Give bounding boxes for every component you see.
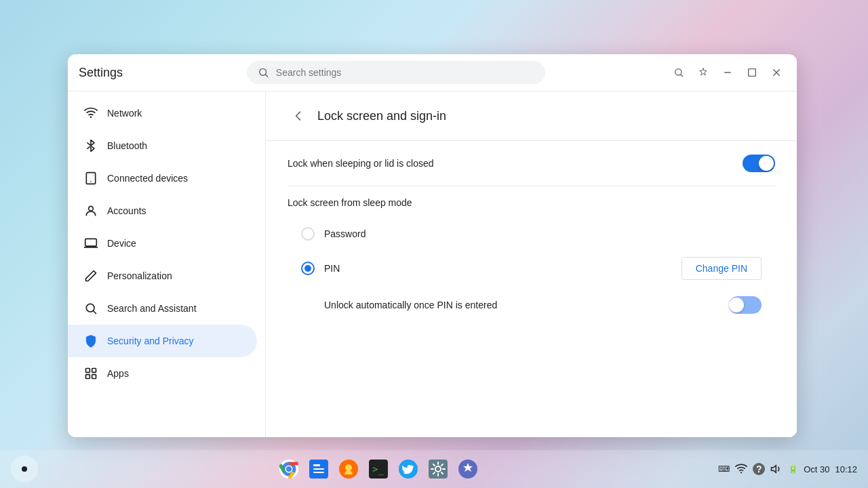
- sleep-mode-section: Lock screen from sleep mode Password: [266, 186, 797, 322]
- search-bar[interactable]: [247, 61, 545, 84]
- sidebar-label-personalization: Personalization: [107, 270, 172, 281]
- launcher-button[interactable]: [11, 455, 38, 483]
- title-bar-left: Settings: [79, 66, 123, 80]
- svg-rect-24: [313, 464, 320, 466]
- sidebar-item-connected-devices[interactable]: Connected devices: [68, 162, 257, 195]
- wifi-icon: [84, 106, 98, 120]
- back-button[interactable]: [288, 105, 309, 127]
- svg-line-14: [94, 311, 96, 314]
- sidebar-label-accounts: Accounts: [107, 205, 146, 216]
- pin-radio[interactable]: [301, 262, 315, 275]
- minimize-button[interactable]: [718, 63, 737, 82]
- unlock-toggle-thumb: [729, 298, 744, 312]
- sidebar-item-device[interactable]: Device: [68, 227, 257, 260]
- tray-network[interactable]: [735, 463, 747, 475]
- settings-section-lock: Lock when sleeping or lid is closed: [266, 141, 797, 186]
- taskbar-twitter[interactable]: [395, 455, 422, 483]
- tray-question[interactable]: ?: [753, 463, 765, 475]
- taskbar: >_: [0, 450, 868, 488]
- password-option: Password: [301, 227, 366, 241]
- svg-line-3: [681, 75, 683, 77]
- sidebar-label-device: Device: [107, 238, 136, 249]
- sidebar-item-search-assistant[interactable]: Search and Assistant: [68, 292, 257, 325]
- taskbar-terminal[interactable]: >_: [365, 455, 392, 483]
- content-inner: Lock screen and sign-in Lock when sleepi…: [266, 92, 797, 437]
- svg-point-11: [89, 206, 94, 211]
- taskbar-date: Oct 30: [804, 464, 829, 474]
- shield-icon: [84, 334, 98, 348]
- unlock-auto-toggle[interactable]: [729, 296, 762, 314]
- grid-icon: [84, 367, 98, 380]
- sleep-mode-title: Lock screen from sleep mode: [288, 197, 775, 208]
- taskbar-left: [11, 455, 38, 483]
- sidebar-item-accounts[interactable]: Accounts: [68, 195, 257, 227]
- taskbar-apps: >_: [275, 455, 481, 483]
- svg-rect-5: [749, 69, 756, 77]
- laptop-icon: [84, 237, 98, 250]
- taskbar-time: 10:12: [835, 464, 857, 474]
- pin-radio-row[interactable]: PIN Change PIN: [288, 249, 775, 288]
- maximize-button[interactable]: [743, 63, 762, 82]
- sidebar-label-connected-devices: Connected devices: [107, 173, 188, 184]
- search-input[interactable]: [276, 67, 534, 78]
- taskbar-settings[interactable]: [425, 455, 452, 483]
- unlock-auto-row: Unlock automatically once PIN is entered: [288, 288, 775, 322]
- sidebar-label-network: Network: [107, 108, 142, 119]
- sidebar-item-bluetooth[interactable]: Bluetooth: [68, 129, 257, 162]
- lock-sleeping-row: Lock when sleeping or lid is closed: [288, 141, 775, 186]
- svg-point-35: [741, 472, 742, 473]
- person-icon: [84, 204, 98, 218]
- tray-volume[interactable]: [770, 463, 783, 475]
- svg-rect-26: [313, 472, 324, 473]
- password-radio[interactable]: [301, 227, 315, 241]
- tray-battery[interactable]: 🔋: [788, 464, 798, 474]
- password-radio-row[interactable]: Password: [288, 219, 775, 249]
- search-icon: [258, 66, 269, 79]
- taskbar-pin[interactable]: [454, 455, 481, 483]
- sidebar-item-personalization[interactable]: Personalization: [68, 260, 257, 292]
- lock-sleeping-toggle[interactable]: [743, 155, 775, 172]
- taskbar-chrome[interactable]: [275, 455, 302, 483]
- svg-point-2: [675, 69, 682, 75]
- svg-rect-15: [86, 369, 90, 373]
- svg-rect-12: [85, 239, 97, 246]
- svg-rect-18: [92, 375, 96, 379]
- pin-option: PIN: [301, 262, 340, 275]
- tray-keyboard[interactable]: ⌨: [718, 464, 730, 474]
- svg-point-22: [286, 466, 292, 472]
- settings-window: Settings: [68, 54, 797, 437]
- svg-text:>_: >_: [372, 464, 384, 475]
- password-label: Password: [324, 228, 366, 239]
- svg-rect-17: [86, 375, 90, 379]
- launcher-dot: [22, 466, 27, 472]
- sidebar-label-security-privacy: Security and Privacy: [107, 336, 194, 346]
- taskbar-app-orange[interactable]: [335, 455, 362, 483]
- sidebar-item-network[interactable]: Network: [68, 97, 257, 129]
- svg-point-8: [90, 117, 92, 119]
- content-header: Lock screen and sign-in: [266, 92, 797, 141]
- taskbar-files[interactable]: [305, 455, 332, 483]
- content-area: Lock screen and sign-in Lock when sleepi…: [266, 92, 797, 437]
- window-controls: [669, 63, 786, 82]
- window-title: Settings: [79, 66, 123, 80]
- zoom-button[interactable]: [669, 63, 688, 82]
- close-button[interactable]: [767, 63, 786, 82]
- main-content: Network Bluetooth: [68, 92, 797, 437]
- svg-rect-25: [313, 468, 324, 470]
- sidebar-item-security-privacy[interactable]: Security and Privacy: [68, 325, 257, 357]
- taskbar-right: ⌨ ? 🔋 Oct 30 10:12: [718, 463, 857, 475]
- pin-button[interactable]: [694, 63, 713, 82]
- sidebar-item-apps[interactable]: Apps: [68, 357, 257, 390]
- search-assistant-icon: [84, 302, 98, 315]
- svg-rect-9: [86, 173, 95, 184]
- svg-line-1: [266, 75, 268, 77]
- pencil-icon: [84, 269, 98, 283]
- tablet-icon: [84, 171, 98, 185]
- svg-rect-16: [92, 369, 96, 373]
- change-pin-button[interactable]: Change PIN: [682, 257, 762, 280]
- bluetooth-icon: [84, 139, 98, 152]
- sidebar-label-bluetooth: Bluetooth: [107, 140, 147, 151]
- toggle-thumb: [759, 156, 774, 171]
- svg-point-28: [345, 464, 352, 471]
- unlock-auto-label: Unlock automatically once PIN is entered: [324, 300, 497, 310]
